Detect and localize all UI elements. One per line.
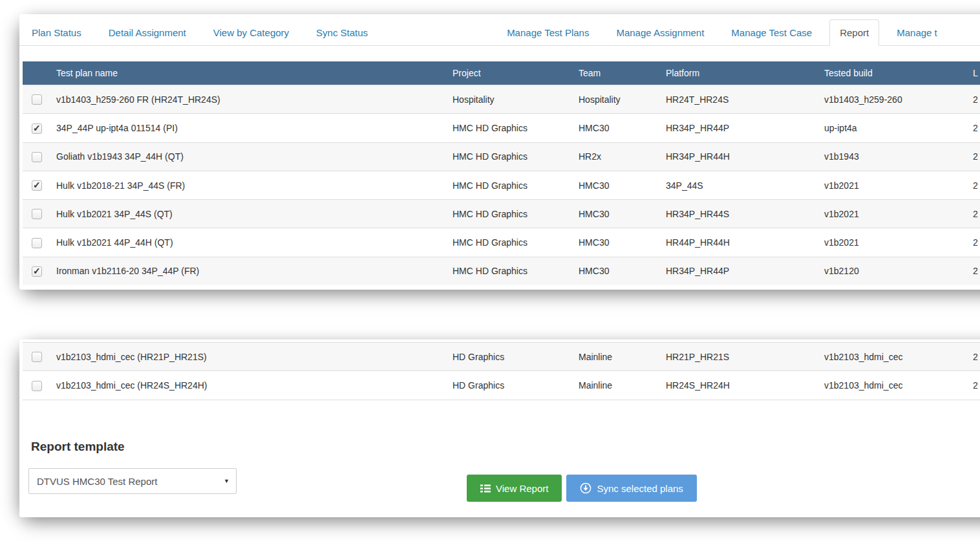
cell-last: 2 <box>968 171 980 199</box>
select-caret-icon: ▼ <box>224 478 229 484</box>
test-plan-row: Hulk v1b2018-21 34P_44S (FR)HMC HD Graph… <box>23 171 980 199</box>
cell-team: HMC30 <box>573 114 661 142</box>
cell-project: HD Graphics <box>447 343 573 371</box>
sync-selected-plans-button[interactable]: Sync selected plans <box>566 475 696 502</box>
cell-name: Goliath v1b1943 34P_44H (QT) <box>51 142 447 171</box>
cell-name: Hulk v1b2018-21 34P_44S (FR) <box>51 171 447 199</box>
report-controls-panel: v1b2103_hdmi_cec (HR21P_HR21S)HD Graphic… <box>19 339 980 517</box>
cell-team: HMC30 <box>573 257 661 285</box>
row-checkbox[interactable] <box>32 238 42 248</box>
cell-build: v1b1943 <box>819 142 968 171</box>
cell-project: HD Graphics <box>447 371 573 400</box>
cell-project: HMC HD Graphics <box>447 200 573 228</box>
cell-platform: HR34P_HR44S <box>661 200 819 228</box>
cell-name: v1b2103_hdmi_cec (HR21P_HR21S) <box>51 343 447 371</box>
table-header-row: Test plan nameProjectTeamPlatformTested … <box>23 61 980 85</box>
cell-platform: HR34P_HR44P <box>661 114 819 142</box>
cell-build: v1b2103_hdmi_cec <box>819 371 968 400</box>
row-checkbox[interactable] <box>32 180 42 191</box>
report-template-select[interactable]: DTVUS HMC30 Test Report ▼ <box>28 468 237 494</box>
cell-last: 2 <box>968 228 980 257</box>
tab-sync-status[interactable]: Sync Status <box>306 20 378 45</box>
cell-last: 2 <box>968 85 980 114</box>
cell-project: Hospitality <box>447 85 573 114</box>
tab-bar: Plan StatusDetail AssignmentView by Cate… <box>19 14 980 46</box>
tab-manage-test-case[interactable]: Manage Test Case <box>721 20 822 45</box>
row-checkbox[interactable] <box>32 152 42 162</box>
row-checkbox[interactable] <box>32 381 42 391</box>
cell-team: Mainline <box>573 371 661 400</box>
test-plan-row: v1b2103_hdmi_cec (HR24S_HR24H)HD Graphic… <box>23 371 980 400</box>
tab-manage-assignment[interactable]: Manage Assignment <box>606 20 714 45</box>
column-header-team: Team <box>573 61 661 85</box>
cell-build: v1b2021 <box>819 228 968 257</box>
cell-project: HMC HD Graphics <box>447 114 573 142</box>
cell-name: v1b2103_hdmi_cec (HR24S_HR24H) <box>51 371 447 400</box>
test-plan-row: Hulk v1b2021 34P_44S (QT)HMC HD Graphics… <box>23 200 980 228</box>
tab-plan-status[interactable]: Plan Status <box>22 20 91 45</box>
test-plan-row: v1b2103_hdmi_cec (HR21P_HR21S)HD Graphic… <box>23 343 980 371</box>
cell-project: HMC HD Graphics <box>447 171 573 199</box>
test-plan-row: 34P_44P up-ipt4a 011514 (PI)HMC HD Graph… <box>23 114 980 142</box>
sync-download-icon <box>580 482 591 494</box>
cell-build: v1b2021 <box>819 200 968 228</box>
cell-last: 2 <box>968 200 980 228</box>
cell-team: HMC30 <box>573 228 661 257</box>
column-header-project: Project <box>447 61 573 85</box>
cell-build: v1b1403_h259-260 <box>819 85 968 114</box>
cell-name: Hulk v1b2021 44P_44H (QT) <box>51 228 447 257</box>
cell-name: Hulk v1b2021 34P_44S (QT) <box>51 200 447 228</box>
column-header-last: L <box>968 61 980 85</box>
test-plan-row: Hulk v1b2021 44P_44H (QT)HMC HD Graphics… <box>23 228 980 257</box>
cell-name: Ironman v1b2116-20 34P_44P (FR) <box>51 257 447 285</box>
row-checkbox[interactable] <box>32 94 42 105</box>
view-report-label: View Report <box>496 483 548 494</box>
report-template-selected-value: DTVUS HMC30 Test Report <box>37 476 218 487</box>
cell-build: v1b2103_hdmi_cec <box>819 343 968 371</box>
cell-team: HR2x <box>573 142 661 171</box>
cell-last: 2 <box>968 371 980 400</box>
cell-platform: HR44P_HR44H <box>661 228 819 257</box>
row-checkbox[interactable] <box>32 209 42 219</box>
cell-team: HMC30 <box>573 171 661 199</box>
cell-platform: HR24S_HR24H <box>661 371 819 400</box>
column-header-check <box>23 61 51 85</box>
cell-last: 2 <box>968 343 980 371</box>
cell-name: v1b1403_h259-260 FR (HR24T_HR24S) <box>51 85 447 114</box>
test-plans-table: Test plan nameProjectTeamPlatformTested … <box>23 61 980 285</box>
tab-view-by-category[interactable]: View by Category <box>204 20 299 45</box>
row-checkbox[interactable] <box>32 123 42 134</box>
tab-manage-test-plans[interactable]: Manage Test Plans <box>497 20 599 45</box>
cell-last: 2 <box>968 257 980 285</box>
cell-platform: HR21P_HR21S <box>661 343 819 371</box>
test-plan-row: v1b1403_h259-260 FR (HR24T_HR24S)Hospita… <box>23 85 980 114</box>
column-header-platform: Platform <box>661 61 819 85</box>
cell-team: HMC30 <box>573 200 661 228</box>
row-checkbox[interactable] <box>32 266 42 277</box>
list-icon <box>480 484 491 493</box>
test-plan-row: Goliath v1b1943 34P_44H (QT)HMC HD Graph… <box>23 142 980 171</box>
cell-project: HMC HD Graphics <box>447 257 573 285</box>
test-plan-row: Ironman v1b2116-20 34P_44P (FR)HMC HD Gr… <box>23 257 980 285</box>
row-checkbox[interactable] <box>32 352 42 362</box>
cell-platform: HR24T_HR24S <box>661 85 819 114</box>
cell-last: 2 <box>968 114 980 142</box>
view-report-button[interactable]: View Report <box>467 475 562 502</box>
test-plans-table-continued: v1b2103_hdmi_cec (HR21P_HR21S)HD Graphic… <box>23 342 980 400</box>
report-template-heading: Report template <box>31 440 125 454</box>
cell-project: HMC HD Graphics <box>447 142 573 171</box>
cell-platform: 34P_44S <box>661 171 819 199</box>
cell-team: Hospitality <box>573 85 661 114</box>
column-header-build: Tested build <box>819 61 968 85</box>
cell-team: Mainline <box>573 343 661 371</box>
cell-platform: HR34P_HR44H <box>661 142 819 171</box>
cell-platform: HR34P_HR44P <box>661 257 819 285</box>
test-plans-panel: Plan StatusDetail AssignmentView by Cate… <box>19 14 980 290</box>
sync-selected-plans-label: Sync selected plans <box>597 483 683 494</box>
tab-report[interactable]: Report <box>829 19 879 46</box>
cell-build: v1b2120 <box>819 257 968 285</box>
action-buttons: View Report Sync selected plans <box>467 475 697 502</box>
tab-manage-t[interactable]: Manage t <box>887 20 947 45</box>
tab-detail-assignment[interactable]: Detail Assignment <box>99 20 196 45</box>
cell-build: up-ipt4a <box>819 114 968 142</box>
